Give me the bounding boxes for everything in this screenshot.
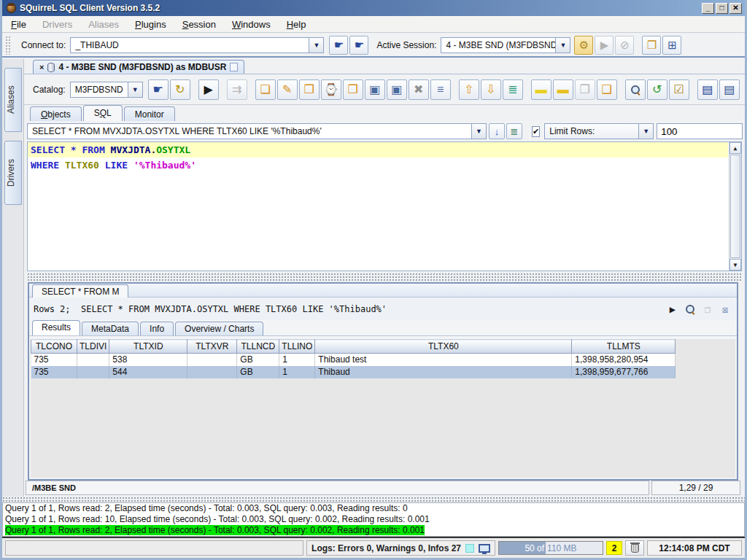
table-cell[interactable]: 538 [109, 354, 187, 366]
menu-item-session[interactable]: Session [182, 19, 216, 30]
table-cell[interactable] [187, 354, 237, 366]
close-button[interactable]: ✕ [729, 3, 742, 14]
find-button[interactable] [625, 79, 646, 100]
title-bar[interactable]: SQuirreL SQL Client Version 3.5.2 _□✕ [2, 0, 745, 16]
sidebar-tab-drivers[interactable]: Drivers [4, 141, 22, 205]
log-line-1[interactable]: Query 1 of 1, Rows read: 2, Elapsed time… [3, 503, 744, 514]
column-header-tltx60[interactable]: TLTX60 [315, 340, 572, 354]
session-tab[interactable]: × 4 - M3BE SND (M3FDBSND) as MDBUSR [33, 60, 244, 74]
append-from-history-icon[interactable]: ↓ [489, 123, 505, 139]
table-cell[interactable]: Thibaud [315, 366, 572, 378]
message-log-panel[interactable]: Query 1 of 1, Rows read: 2, Elapsed time… [2, 502, 745, 537]
connect-window-button[interactable]: ☛ [349, 36, 368, 55]
run-current-sql-button[interactable]: ▶ [595, 36, 614, 55]
maximize-button[interactable]: □ [716, 3, 728, 14]
table-cell[interactable]: GB [237, 366, 279, 378]
table-cell[interactable]: 1,398,958,280,954 [572, 354, 676, 366]
table-cell[interactable]: 1 [279, 354, 315, 366]
session-count-badge[interactable]: 2 [606, 541, 622, 555]
menu-item-plugins[interactable]: Plugins [135, 19, 166, 30]
menu-item-file[interactable]: File [11, 19, 26, 30]
select-current-sql-button[interactable]: ▬ [553, 79, 573, 100]
limit-rows-combo[interactable]: Limit Rows: ▼ [544, 123, 654, 139]
result-tab[interactable]: SELECT * FROM M [32, 284, 128, 298]
new-tab-icon[interactable] [230, 63, 238, 71]
column-header-tlcono[interactable]: TLCONO [31, 340, 77, 354]
result-tab-overviewcharts[interactable]: Overview / Charts [175, 322, 263, 335]
copy-file-button[interactable]: ❐ [343, 79, 363, 100]
log-line-2[interactable]: Query 1 of 1, Rows read: 10, Elapsed tim… [3, 514, 744, 525]
table-row[interactable]: 735538GB1Thibaud test1,398,958,280,954 [31, 354, 676, 366]
result-tab-metadata[interactable]: MetaData [82, 322, 139, 335]
logs-status[interactable]: Logs: Errors 0, Warnings 0, Infos 27 [306, 540, 495, 556]
tab-monitor[interactable]: Monitor [124, 106, 175, 121]
menu-item-windows[interactable]: Windows [232, 19, 271, 30]
active-session-combo[interactable]: 4 - M3BE SND (M3FDBSND) a... ▼ [441, 37, 570, 53]
next-sql-button[interactable]: ⇩ [481, 79, 501, 100]
result-tab-info[interactable]: Info [140, 322, 174, 335]
tab-sql[interactable]: SQL [83, 105, 123, 121]
sql-history-combo[interactable]: SELECT * FROM MVXJDTA.OSYTXL WHERE TLTX6… [27, 123, 487, 139]
find-in-result-button[interactable] [683, 302, 697, 316]
open-history-list-icon[interactable]: ≣ [506, 123, 522, 139]
editor-scrollbar[interactable]: ▲ ▼ [729, 142, 741, 271]
run-sql-button[interactable]: ▶ [198, 79, 219, 100]
validate-sql-button[interactable]: ☑ [669, 79, 689, 100]
close-file-button[interactable]: ✖ [409, 79, 429, 100]
chevron-down-icon[interactable]: ▼ [309, 38, 323, 52]
close-result-tab-button[interactable]: ☒ [718, 302, 732, 316]
column-header-tltxvr[interactable]: TLTXVR [187, 340, 237, 354]
log-viewer-icon[interactable] [479, 544, 490, 553]
view-in-object-tree-button[interactable]: ⊞ [662, 36, 681, 55]
edit-bookmark-button[interactable]: ▤ [719, 79, 740, 100]
file-history-button[interactable]: ⌚ [321, 79, 341, 100]
result-table[interactable]: TLCONOTLDIVITLTXIDTLTXVRTLLNCDTLLINOTLTX… [31, 339, 676, 378]
column-header-tltxid[interactable]: TLTXID [109, 340, 187, 354]
scroll-down-icon[interactable]: ▼ [729, 259, 741, 271]
session-properties-button[interactable]: ☛ [148, 79, 169, 100]
refresh-schema-button[interactable]: ↻ [170, 79, 190, 100]
editor-line-2[interactable]: WHERE TLTX60 LIKE '%Thibaud%' [28, 158, 728, 173]
table-cell[interactable]: GB [237, 354, 279, 366]
limit-rows-checkbox[interactable]: ✔ [532, 126, 540, 137]
cancel-sql-button[interactable]: ⊘ [615, 36, 634, 55]
column-header-tllino[interactable]: TLLINO [279, 340, 315, 354]
save-file-button[interactable]: ▣ [365, 79, 385, 100]
column-header-tldivi[interactable]: TLDIVI [77, 340, 109, 354]
scroll-up-icon[interactable]: ▲ [729, 142, 741, 154]
column-header-tllmts[interactable]: TLLMTS [572, 340, 676, 354]
catalog-combo[interactable]: M3FDBSND ▼ [70, 82, 143, 98]
table-cell[interactable]: 735 [31, 366, 77, 378]
connect-to-combo[interactable]: _THIBAUD ▼ [70, 37, 324, 53]
current-sql-button[interactable]: ▬ [531, 79, 551, 100]
column-header-tllncd[interactable]: TLLNCD [237, 340, 279, 354]
scrollbar-thumb[interactable] [730, 155, 740, 258]
edit-sql-button[interactable]: ✎ [277, 79, 298, 100]
chevron-down-icon[interactable]: ▼ [471, 124, 486, 139]
previous-sql-button[interactable]: ⇧ [459, 79, 479, 100]
run-all-sqls-button[interactable]: ⇉ [227, 79, 247, 100]
table-cell[interactable] [77, 366, 109, 378]
editor-line-1[interactable]: SELECT * FROM MVXJDTA.OSYTXL [28, 142, 728, 158]
duplicate-tab-button[interactable]: ❐ [700, 302, 715, 316]
table-cell[interactable] [77, 354, 109, 366]
add-bookmark-button[interactable]: ▤ [697, 79, 718, 100]
close-session-icon[interactable]: × [39, 63, 44, 71]
table-cell[interactable] [187, 366, 237, 378]
log-splitter[interactable] [2, 497, 745, 502]
paste-sql-button[interactable]: ❑ [597, 79, 617, 100]
editor-results-splitter[interactable] [27, 273, 742, 281]
table-cell[interactable]: Thibaud test [315, 354, 572, 366]
chevron-down-icon[interactable]: ▼ [128, 82, 142, 97]
table-cell[interactable]: 1,398,959,677,766 [572, 366, 676, 378]
table-row[interactable]: 735544GB1Thibaud1,398,959,677,766 [31, 366, 676, 378]
open-sql-file-button[interactable]: ❒ [299, 79, 320, 100]
print-sql-button[interactable]: ≡ [430, 79, 451, 100]
save-file-as-button[interactable]: ▣ [387, 79, 407, 100]
garbage-collect-button[interactable] [625, 540, 644, 556]
chevron-down-icon[interactable]: ▼ [555, 38, 570, 52]
menu-item-help[interactable]: Help [287, 19, 306, 30]
limit-rows-input[interactable] [657, 123, 743, 139]
sql-history-list-button[interactable]: ≣ [503, 79, 523, 100]
table-cell[interactable]: 1 [279, 366, 315, 378]
